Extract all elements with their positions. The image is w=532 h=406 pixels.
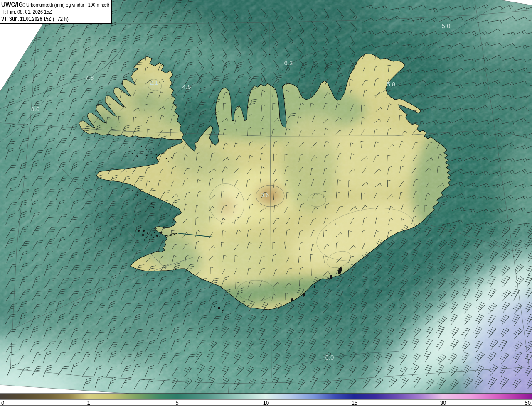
svg-text:6.0: 6.0 bbox=[325, 354, 334, 361]
svg-text:UWC/IG:: UWC/IG: bbox=[1, 1, 25, 8]
svg-text:8.0: 8.0 bbox=[31, 105, 40, 113]
svg-text:IT: Fim. 08. 01. 2026 15Z: IT: Fim. 08. 01. 2026 15Z bbox=[1, 9, 52, 15]
svg-text:1: 1 bbox=[87, 400, 90, 406]
svg-text:0.6: 0.6 bbox=[261, 191, 269, 198]
svg-text:(+72 h): (+72 h) bbox=[53, 16, 69, 22]
svg-text:6.3: 6.3 bbox=[284, 59, 293, 66]
svg-text:VT: Sun. 11.01.2026 15Z: VT: Sun. 11.01.2026 15Z bbox=[1, 15, 51, 22]
svg-text:4.6: 4.6 bbox=[182, 83, 191, 90]
svg-text:5.8: 5.8 bbox=[387, 81, 396, 88]
svg-text:15: 15 bbox=[352, 400, 357, 406]
svg-text:30: 30 bbox=[440, 400, 446, 406]
svg-text:5.0: 5.0 bbox=[442, 22, 451, 29]
svg-text:50: 50 bbox=[525, 400, 531, 406]
svg-text:Úrkomumætti (mm) og vindur í 1: Úrkomumætti (mm) og vindur í 100m hæð bbox=[26, 2, 109, 8]
svg-text:7.8: 7.8 bbox=[85, 74, 94, 81]
svg-text:5: 5 bbox=[175, 400, 178, 406]
svg-text:0: 0 bbox=[1, 400, 4, 406]
svg-text:10: 10 bbox=[263, 400, 269, 406]
svg-text:2.1: 2.1 bbox=[150, 79, 158, 86]
